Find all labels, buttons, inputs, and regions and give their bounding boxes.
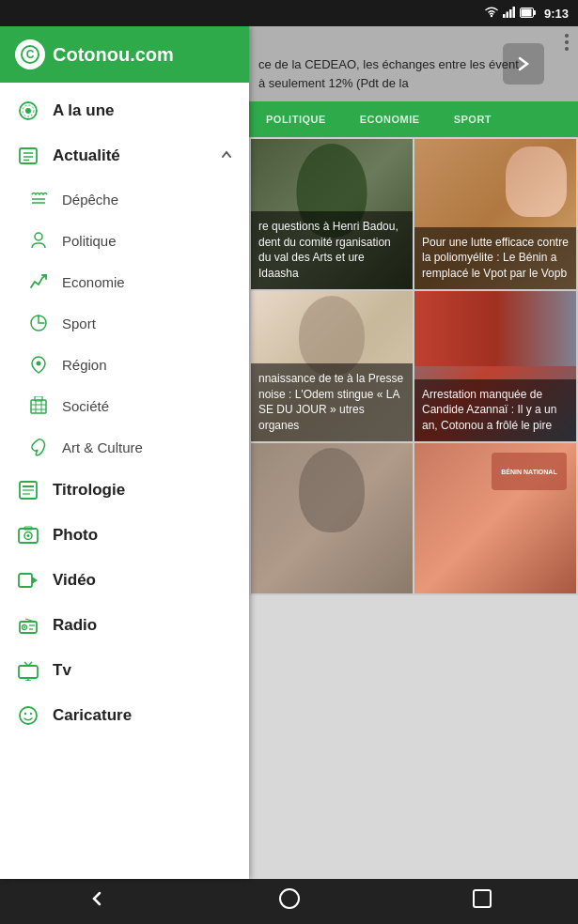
sidebar-item-region[interactable]: Région bbox=[0, 344, 249, 385]
sidebar: C Cotonou.com A la une bbox=[0, 26, 249, 879]
societe-icon bbox=[26, 393, 51, 418]
sport-label: Sport bbox=[62, 316, 96, 331]
status-bar: 9:13 bbox=[0, 0, 578, 26]
signal-icon bbox=[503, 7, 516, 20]
home-button[interactable] bbox=[259, 880, 320, 923]
titrologie-label: Titrologie bbox=[53, 481, 125, 500]
sidebar-item-radio[interactable]: Radio bbox=[0, 603, 249, 648]
svg-point-11 bbox=[25, 108, 31, 114]
sidebar-item-sport[interactable]: Sport bbox=[0, 302, 249, 344]
more-menu-button[interactable] bbox=[565, 34, 569, 51]
svg-rect-37 bbox=[19, 574, 32, 587]
card-title-1: re questions à Henri Badou, dent du comi… bbox=[258, 219, 405, 282]
svg-marker-38 bbox=[32, 577, 38, 584]
sidebar-item-societe[interactable]: Société bbox=[0, 385, 249, 426]
tv-icon bbox=[15, 657, 41, 684]
actualite-icon bbox=[15, 143, 41, 169]
sidebar-item-actualite[interactable]: Actualité bbox=[0, 133, 249, 178]
recents-button[interactable] bbox=[452, 880, 512, 923]
top-banner: ce de la CEDEAO, les échanges entre les … bbox=[249, 26, 578, 101]
actualite-label: Actualité bbox=[53, 146, 120, 165]
sidebar-item-politique[interactable]: Politique bbox=[0, 220, 249, 261]
photo-label: Photo bbox=[53, 526, 98, 545]
sidebar-item-photo[interactable]: Photo bbox=[0, 513, 249, 558]
bottom-navigation bbox=[0, 879, 578, 924]
radio-icon bbox=[15, 612, 41, 639]
actualite-sub-items: Dépêche Politique bbox=[0, 178, 249, 468]
video-icon bbox=[15, 567, 41, 593]
sidebar-navigation: A la une Actualité bbox=[0, 83, 249, 879]
economie-icon bbox=[26, 270, 51, 294]
logo-text: Cotonou.com bbox=[53, 44, 174, 66]
news-card-1[interactable]: re questions à Henri Badou, dent du comi… bbox=[251, 139, 413, 289]
svg-rect-3 bbox=[509, 9, 512, 18]
card-overlay-2: Pour une lutte efficace contre la poliom… bbox=[414, 227, 576, 289]
news-card-6[interactable]: BÉNIN NATIONAL bbox=[414, 443, 576, 593]
sidebar-item-titrologie[interactable]: Titrologie bbox=[0, 468, 249, 513]
card-overlay-4: Arrestation manquée de Candide Azannaï :… bbox=[414, 379, 576, 441]
sidebar-item-economie[interactable]: Economie bbox=[0, 261, 249, 302]
sport-icon bbox=[26, 311, 51, 335]
svg-point-41 bbox=[23, 626, 25, 628]
radio-label: Radio bbox=[53, 616, 97, 635]
logo-icon: C bbox=[15, 39, 45, 69]
card-title-3: nnaissance de te à la Presse noise : L'O… bbox=[258, 371, 405, 434]
svg-rect-52 bbox=[474, 890, 491, 907]
tab-sport[interactable]: SPORT bbox=[437, 101, 508, 137]
svg-point-49 bbox=[24, 713, 26, 715]
politique-icon bbox=[26, 228, 51, 253]
sidebar-header: C Cotonou.com bbox=[0, 26, 249, 83]
svg-rect-7 bbox=[533, 10, 536, 15]
status-icons: 9:13 bbox=[484, 7, 569, 21]
card-title-2: Pour une lutte efficace contre la poliom… bbox=[422, 235, 569, 282]
sidebar-item-tv[interactable]: Tv bbox=[0, 648, 249, 693]
svg-point-0 bbox=[491, 15, 492, 17]
banner-text: ce de la CEDEAO, les échanges entre les … bbox=[258, 55, 522, 92]
tv-label: Tv bbox=[53, 661, 71, 680]
art-culture-label: Art & Culture bbox=[62, 439, 143, 455]
sidebar-item-art-culture[interactable]: Art & Culture bbox=[0, 426, 249, 468]
svg-rect-2 bbox=[506, 12, 508, 19]
sidebar-item-depeche[interactable]: Dépêche bbox=[0, 178, 249, 220]
sidebar-item-a-la-une[interactable]: A la une bbox=[0, 88, 249, 133]
svg-point-22 bbox=[37, 362, 41, 366]
a-la-une-label: A la une bbox=[53, 101, 115, 120]
svg-rect-13 bbox=[20, 148, 37, 163]
tab-politique[interactable]: POLITIQUE bbox=[249, 101, 343, 137]
news-grid: re questions à Henri Badou, dent du comi… bbox=[249, 137, 578, 595]
economie-label: Economie bbox=[62, 274, 125, 290]
svg-point-19 bbox=[35, 233, 42, 240]
battery-icon bbox=[520, 8, 537, 20]
societe-label: Société bbox=[62, 398, 109, 414]
card-overlay-1: re questions à Henri Badou, dent du comi… bbox=[251, 211, 413, 289]
svg-point-50 bbox=[30, 713, 32, 715]
svg-point-48 bbox=[20, 707, 37, 724]
a-la-une-icon bbox=[15, 98, 41, 124]
news-card-5[interactable] bbox=[251, 443, 413, 593]
sidebar-item-caricature[interactable]: Caricature bbox=[0, 693, 249, 738]
svg-rect-1 bbox=[503, 14, 506, 18]
svg-rect-23 bbox=[31, 400, 46, 413]
caricature-icon bbox=[15, 702, 41, 729]
card-title-4: Arrestation manquée de Candide Azannaï :… bbox=[422, 387, 569, 434]
sidebar-item-video[interactable]: Vidéo bbox=[0, 558, 249, 603]
svg-rect-4 bbox=[512, 7, 515, 18]
svg-rect-6 bbox=[521, 8, 531, 16]
svg-point-51 bbox=[280, 889, 299, 908]
news-card-4[interactable]: Arrestation manquée de Candide Azannaï :… bbox=[414, 291, 576, 441]
card-overlay-3: nnaissance de te à la Presse noise : L'O… bbox=[251, 363, 413, 441]
politique-label: Politique bbox=[62, 233, 117, 249]
region-label: Région bbox=[62, 357, 107, 373]
svg-text:C: C bbox=[26, 48, 35, 61]
svg-point-35 bbox=[27, 534, 30, 537]
tab-economie[interactable]: ECONOMIE bbox=[343, 101, 437, 137]
actualite-arrow bbox=[219, 146, 234, 166]
back-button[interactable] bbox=[67, 880, 127, 923]
art-culture-icon bbox=[26, 435, 51, 459]
news-card-2[interactable]: Pour une lutte efficace contre la poliom… bbox=[414, 139, 576, 289]
svg-rect-45 bbox=[19, 666, 38, 678]
main-content: ce de la CEDEAO, les échanges entre les … bbox=[249, 26, 578, 879]
time-display: 9:13 bbox=[544, 7, 569, 21]
wifi-icon bbox=[484, 7, 499, 20]
news-card-3[interactable]: nnaissance de te à la Presse noise : L'O… bbox=[251, 291, 413, 441]
